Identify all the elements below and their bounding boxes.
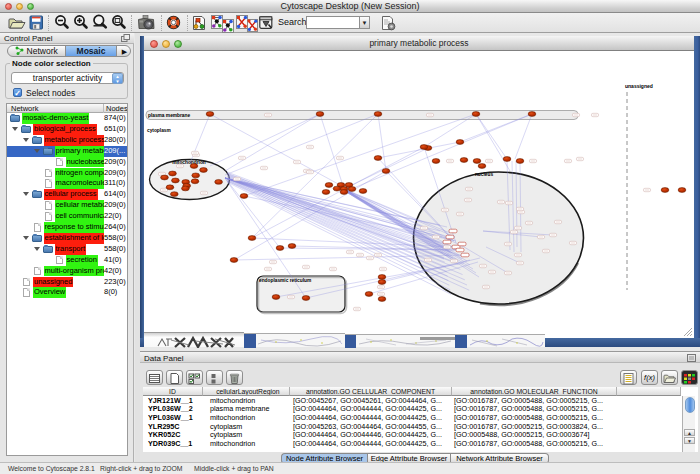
svg-text:cytoplasm: cytoplasm [147,128,171,133]
svg-text:nucleus: nucleus [475,172,493,177]
svg-text:endoplasmic reticulum: endoplasmic reticulum [259,278,311,283]
svg-text:unassigned: unassigned [625,83,653,89]
svg-text:plasma membrane: plasma membrane [148,113,190,118]
